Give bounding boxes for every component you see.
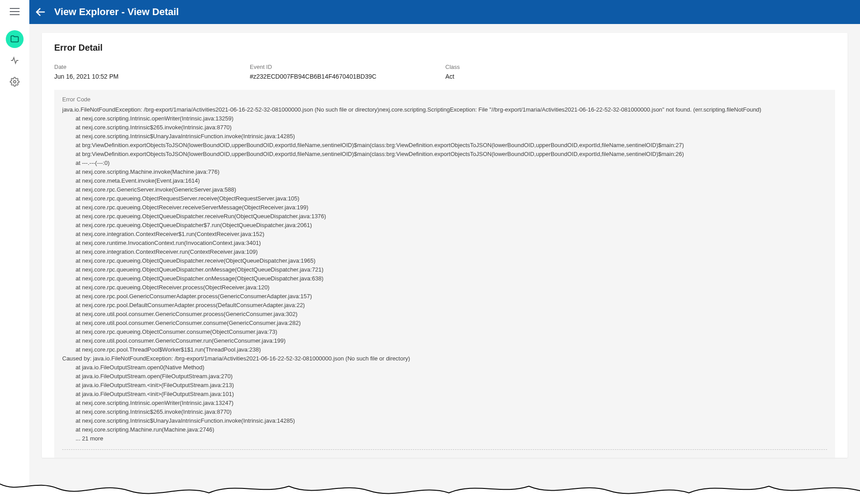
folder-icon: [10, 34, 20, 44]
stack-line: at nexj.core.scripting.Intrinsic$UnaryJa…: [62, 132, 827, 141]
stack-line: at nexj.core.scripting.Machine.invoke(Ma…: [62, 168, 827, 176]
date-label: Date: [54, 64, 250, 70]
stack-line: at nexj.core.util.pool.consumer.GenericC…: [62, 319, 827, 328]
menu-toggle-icon[interactable]: [8, 5, 21, 18]
stack-line: at nexj.core.meta.Event.invoke(Event.jav…: [62, 176, 827, 185]
stack-line: at nexj.core.rpc.queueing.ObjectReceiver…: [62, 283, 827, 292]
stack-line: at ---.---(---:0): [62, 159, 827, 168]
stack-line: at nexj.core.scripting.Intrinsic.openWri…: [62, 399, 827, 408]
svg-point-0: [13, 80, 16, 83]
info-row: Date Jun 16, 2021 10:52 PM Event ID #z23…: [54, 64, 835, 80]
stack-line: at brg:ViewDefinition.exportObjectsToJSO…: [62, 150, 827, 159]
error-code-label: Error Code: [62, 96, 827, 103]
stack-line: at nexj.core.rpc.queueing.ObjectConsumer…: [62, 328, 827, 336]
stack-trace: java.io.FileNotFoundException: /brg-expo…: [62, 105, 827, 443]
stack-line: at nexj.core.scripting.Intrinsic.openWri…: [62, 114, 827, 123]
stack-line: at java.io.FileOutputStream.<init>(FileO…: [62, 390, 827, 399]
event-id-label: Event ID: [250, 64, 445, 70]
stack-line: at java.io.FileOutputStream.<init>(FileO…: [62, 381, 827, 390]
stack-line: at nexj.core.util.pool.consumer.GenericC…: [62, 336, 827, 345]
gear-icon: [10, 77, 20, 87]
content-area: Error Detail Date Jun 16, 2021 10:52 PM …: [29, 24, 860, 504]
stack-line: at nexj.core.scripting.Intrinsic$265.inv…: [62, 408, 827, 416]
stack-line: at java.io.FileOutputStream.open0(Native…: [62, 363, 827, 372]
stack-line: at nexj.core.integration.ContextReceiver…: [62, 248, 827, 256]
stack-line: at nexj.core.rpc.GenericServer.invoke(Ge…: [62, 185, 827, 194]
stack-line: at nexj.core.util.pool.consumer.GenericC…: [62, 310, 827, 319]
top-bar: View Explorer - View Detail: [29, 0, 860, 24]
stack-line: at java.io.FileOutputStream.open(FileOut…: [62, 372, 827, 381]
stack-line: at nexj.core.rpc.queueing.ObjectQueueDis…: [62, 221, 827, 230]
stack-line: java.io.FileNotFoundException: /brg-expo…: [62, 105, 827, 114]
stack-line: at nexj.core.rpc.queueing.ObjectQueueDis…: [62, 212, 827, 221]
stack-line: at brg:ViewDefinition.exportObjectsToJSO…: [62, 141, 827, 150]
stack-line: at nexj.core.scripting.Intrinsic$UnaryJa…: [62, 416, 827, 425]
stack-line: at nexj.core.rpc.pool.DefaultConsumerAda…: [62, 301, 827, 310]
sidebar-item-activity[interactable]: [6, 52, 24, 69]
stack-line: at nexj.core.rpc.queueing.ObjectQueueDis…: [62, 265, 827, 274]
sidebar: [0, 0, 29, 504]
stack-line: at nexj.core.scripting.Machine.run(Machi…: [62, 425, 827, 434]
back-button[interactable]: [35, 6, 46, 18]
card-title: Error Detail: [54, 43, 835, 53]
page-title: View Explorer - View Detail: [54, 6, 179, 18]
stack-line: at nexj.core.rpc.pool.GenericConsumerAda…: [62, 292, 827, 301]
sidebar-item-settings[interactable]: [6, 73, 24, 91]
error-code-box: Error Code java.io.FileNotFoundException…: [54, 90, 835, 458]
stack-line: at nexj.core.rpc.queueing.ObjectReceiver…: [62, 203, 827, 212]
stack-line: at nexj.core.integration.ContextReceiver…: [62, 230, 827, 239]
event-id-value: #z232ECD007FB94CB6B14F4670401BD39C: [250, 73, 445, 80]
class-label: Class: [445, 64, 835, 70]
stack-line: at nexj.core.rpc.queueing.ObjectRequestS…: [62, 194, 827, 203]
error-detail-card: Error Detail Date Jun 16, 2021 10:52 PM …: [42, 33, 848, 458]
activity-icon: [10, 56, 20, 65]
stack-line: ... 21 more: [62, 434, 827, 443]
stack-line: Caused by: java.io.FileNotFoundException…: [62, 354, 827, 363]
stack-line: at nexj.core.scripting.Intrinsic$265.inv…: [62, 123, 827, 132]
divider: [62, 449, 827, 450]
class-value: Act: [445, 73, 835, 80]
sidebar-item-folder[interactable]: [6, 30, 24, 48]
date-value: Jun 16, 2021 10:52 PM: [54, 73, 250, 80]
stack-line: at nexj.core.rpc.queueing.ObjectQueueDis…: [62, 256, 827, 265]
stack-line: at nexj.core.runtime.InvocationContext.r…: [62, 239, 827, 248]
stack-line: at nexj.core.rpc.queueing.ObjectQueueDis…: [62, 274, 827, 283]
arrow-left-icon: [35, 6, 46, 18]
stack-line: at nexj.core.rpc.pool.ThreadPool$Worker$…: [62, 345, 827, 354]
